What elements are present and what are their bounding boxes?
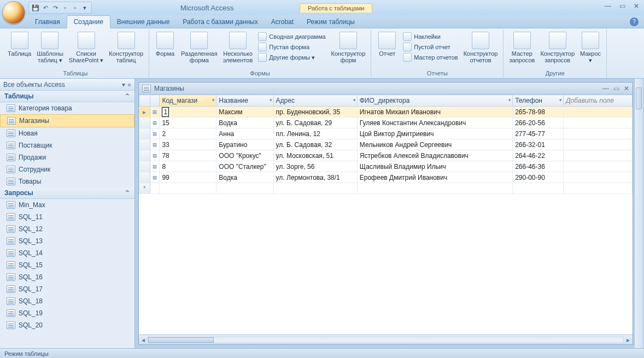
cell[interactable] xyxy=(564,161,633,172)
expand-icon[interactable]: ⊞ xyxy=(150,150,160,161)
cell[interactable]: 15 xyxy=(160,118,216,128)
expand-icon[interactable]: ⊞ xyxy=(150,139,160,150)
nav-header[interactable]: Все объекты Access ▾« xyxy=(0,79,134,91)
scroll-left-icon[interactable]: ◂ xyxy=(139,336,148,344)
cell[interactable]: Щасливый Владимир Ильич xyxy=(357,161,512,172)
cell[interactable]: 265-78-98 xyxy=(513,107,564,118)
ribbon-button[interactable]: Макрос▾ xyxy=(578,31,603,64)
cell[interactable] xyxy=(357,183,512,194)
cell[interactable]: Максим xyxy=(216,107,273,118)
table-row[interactable]: ⊞15Водкаул. Б. Садовая, 29Гуляев Констан… xyxy=(139,118,633,128)
nav-item[interactable]: Продажи xyxy=(0,151,134,163)
ribbon-small-button[interactable]: Пустая форма xyxy=(256,42,327,52)
row-selector[interactable] xyxy=(139,139,150,150)
horizontal-scrollbar[interactable]: ◂ ▸ xyxy=(139,334,633,344)
undo-icon[interactable]: ↶ xyxy=(41,3,50,12)
ribbon-small-button[interactable]: Мастер отчетов xyxy=(401,52,460,62)
cell[interactable]: Гуляев Константин Александрович xyxy=(357,118,512,128)
nav-item[interactable]: SQL_18 xyxy=(0,295,134,307)
ribbon-button[interactable]: Отчет xyxy=(374,31,400,58)
column-header[interactable]: Телефон▾ xyxy=(513,95,564,107)
ribbon-small-button[interactable]: Другие формы ▾ xyxy=(256,52,327,62)
cell[interactable]: ул. Зорге, 56 xyxy=(273,161,357,172)
datasheet-grid[interactable]: Код_магази▾Название▾Адрес▾ФИО_директора▾… xyxy=(139,95,633,334)
cell[interactable]: 264-46-22 xyxy=(513,150,564,161)
cell[interactable]: 8 xyxy=(160,161,216,172)
redo-icon[interactable]: ↷ xyxy=(51,3,60,12)
column-dropdown-icon[interactable]: ▾ xyxy=(270,97,272,103)
nav-section-header[interactable]: Запросы⌃ xyxy=(0,187,134,199)
cell[interactable]: пр. Буденновский, 35 xyxy=(273,107,357,118)
ribbon-button[interactable]: Форма xyxy=(153,31,178,58)
cell[interactable]: Анна xyxy=(216,128,273,139)
nav-item[interactable]: SQL_11 xyxy=(0,211,134,223)
tab-работа-с-базами-данных[interactable]: Работа с базами данных xyxy=(176,16,264,28)
cell[interactable]: Водка xyxy=(216,172,273,183)
tab-внешние-данные[interactable]: Внешние данные xyxy=(110,16,177,28)
tab-создание[interactable]: Создание xyxy=(67,15,110,28)
ribbon-button[interactable]: Разделеннаяформа xyxy=(179,31,220,64)
close-button[interactable]: ✕ xyxy=(632,2,641,10)
cell[interactable]: Цой Виктор Дмитриевич xyxy=(357,128,512,139)
ribbon-button[interactable]: Конструкторотчетов xyxy=(461,31,500,64)
cell[interactable]: ул. Б. Садовая, 29 xyxy=(273,118,357,128)
ribbon-small-button[interactable]: Сводная диаграмма xyxy=(256,32,327,42)
nav-item[interactable]: Новая xyxy=(0,127,134,139)
table-row[interactable]: ⊞33Буратиноул. Б. Садовая, 32Мельников А… xyxy=(139,139,633,150)
row-selector[interactable] xyxy=(139,150,150,161)
tab-режим-таблицы[interactable]: Режим таблицы xyxy=(300,16,361,28)
ribbon-button[interactable]: Мастерзапросов xyxy=(507,31,537,64)
nav-item[interactable]: Магазины xyxy=(0,114,134,127)
tab-главная[interactable]: Главная xyxy=(28,16,67,28)
cell[interactable] xyxy=(564,118,633,128)
cell[interactable] xyxy=(564,139,633,150)
nav-item[interactable]: SQL_19 xyxy=(0,307,134,319)
expand-icon[interactable]: ⊞ xyxy=(150,161,160,172)
cell[interactable]: Ястребков Алексей Владиславович xyxy=(357,150,512,161)
cell[interactable]: 2 xyxy=(160,128,216,139)
cell[interactable] xyxy=(513,183,564,194)
cell[interactable] xyxy=(160,183,216,194)
cell[interactable]: Водка xyxy=(216,118,273,128)
subwin-maximize-icon[interactable]: ▭ xyxy=(613,85,619,92)
cell[interactable]: 277-45-77 xyxy=(513,128,564,139)
cell[interactable]: пл. Ленина, 12 xyxy=(273,128,357,139)
nav-item[interactable]: Min_Max xyxy=(0,199,134,211)
ribbon-button[interactable]: Конструкторзапросов xyxy=(538,31,577,64)
nav-item[interactable]: SQL_13 xyxy=(0,235,134,247)
select-all-header[interactable] xyxy=(139,95,150,107)
nav-item[interactable]: SQL_14 xyxy=(0,247,134,259)
nav-section-header[interactable]: Таблицы⌃ xyxy=(0,91,134,102)
cell[interactable]: 266-20-56 xyxy=(513,118,564,128)
cell[interactable]: 266-32-01 xyxy=(513,139,564,150)
new-row-indicator[interactable]: * xyxy=(139,183,150,194)
ribbon-small-button[interactable]: Наклейки xyxy=(401,32,460,42)
row-selector[interactable] xyxy=(139,128,150,139)
cell[interactable]: 99 xyxy=(160,172,216,183)
cell-editor[interactable]: 1 xyxy=(162,107,169,117)
cell[interactable]: Мельников Андрей Сергеевич xyxy=(357,139,512,150)
table-row[interactable]: ⊞2Аннапл. Ленина, 12Цой Виктор Дмитриеви… xyxy=(139,128,633,139)
column-header[interactable]: Адрес▾ xyxy=(273,95,357,107)
cell[interactable]: 33 xyxy=(160,139,216,150)
cell[interactable] xyxy=(564,172,633,183)
nav-item[interactable]: SQL_12 xyxy=(0,223,134,235)
nav-item[interactable]: Сотрудник xyxy=(0,163,134,175)
cell[interactable]: ул. Б. Садовая, 32 xyxy=(273,139,357,150)
cell[interactable]: 78 xyxy=(160,150,216,161)
qat-item-icon[interactable]: ▫ xyxy=(61,3,69,12)
table-row[interactable]: ⊞8ООО "Сталкер"ул. Зорге, 56Щасливый Вла… xyxy=(139,161,633,172)
cell[interactable]: ул. Лермонтова, 38/1 xyxy=(273,172,357,183)
cell[interactable]: 1 xyxy=(160,107,216,118)
cell[interactable]: ул. Московская, 51 xyxy=(273,150,357,161)
save-icon[interactable]: 💾 xyxy=(31,3,40,12)
cell[interactable] xyxy=(564,107,633,118)
cell[interactable]: Игнатов Михаил Иванович xyxy=(357,107,512,118)
row-selector[interactable] xyxy=(139,161,150,172)
qat-item-icon[interactable]: ▫ xyxy=(71,3,79,12)
cell[interactable]: Буратино xyxy=(216,139,273,150)
cell[interactable]: ООО "Сталкер" xyxy=(216,161,273,172)
chevron-up-icon[interactable]: ⌃ xyxy=(125,189,130,197)
cell[interactable]: ООО "Крокус" xyxy=(216,150,273,161)
cell[interactable] xyxy=(564,150,633,161)
